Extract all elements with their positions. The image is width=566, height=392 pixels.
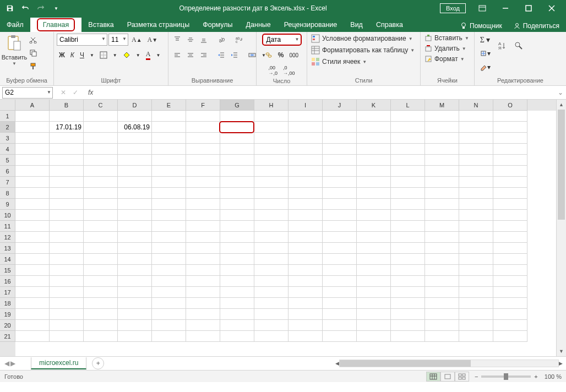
tab-review[interactable]: Рецензирование [277,18,344,32]
cell[interactable] [459,133,493,144]
cell[interactable] [254,166,289,177]
cell[interactable] [493,133,527,144]
cell[interactable] [186,331,220,342]
cell[interactable] [254,177,289,188]
cell[interactable] [459,276,493,287]
cell[interactable] [118,276,152,287]
row-header[interactable]: 14 [0,254,15,265]
cell[interactable] [391,111,425,122]
cell-styles-button[interactable]: Стили ячеек▼ [310,57,416,67]
cell[interactable] [357,199,391,210]
tab-layout[interactable]: Разметка страницы [121,18,196,32]
cell[interactable] [220,177,254,188]
cell[interactable] [220,199,254,210]
cell[interactable] [459,309,493,320]
column-header[interactable]: K [357,100,391,111]
cell[interactable] [391,155,425,166]
minimize-button[interactable] [494,1,516,16]
scroll-up-icon[interactable]: ▲ [557,100,566,110]
cell[interactable] [50,265,84,276]
cell[interactable] [152,276,186,287]
cell[interactable] [459,144,493,155]
cell[interactable] [254,331,289,342]
cell[interactable] [84,243,118,254]
row-header[interactable]: 20 [0,320,15,331]
percent-icon[interactable]: % [276,49,286,61]
sheet-nav-prev-icon[interactable]: ◀ [4,360,9,367]
cell[interactable] [118,111,152,122]
cell[interactable] [459,210,493,221]
cell[interactable] [84,276,118,287]
cell[interactable] [254,199,289,210]
cell[interactable] [254,188,289,199]
decrease-indent-icon[interactable] [215,49,227,61]
cell[interactable] [459,166,493,177]
cell[interactable] [357,177,391,188]
cell[interactable] [220,287,254,298]
cell[interactable] [391,232,425,243]
cell[interactable] [425,199,459,210]
cell[interactable] [50,287,84,298]
cell[interactable] [289,166,323,177]
cell[interactable] [254,133,289,144]
cell[interactable] [118,188,152,199]
cell[interactable] [323,309,357,320]
cell[interactable] [84,287,118,298]
cell[interactable] [220,254,254,265]
cell[interactable] [357,287,391,298]
column-header[interactable]: N [459,100,493,111]
cell[interactable] [220,122,254,133]
cell[interactable] [152,221,186,232]
cells-area[interactable]: 17.01.1906.08.19 [15,111,556,342]
cell[interactable] [289,331,323,342]
cell[interactable] [323,221,357,232]
cell[interactable] [15,177,50,188]
column-header[interactable]: I [289,100,323,111]
font-name-select[interactable]: Calibri▼ [57,34,107,46]
cell[interactable] [493,265,527,276]
cell[interactable] [254,276,289,287]
page-layout-view-icon[interactable] [440,372,455,382]
cell[interactable] [220,221,254,232]
cell[interactable] [220,166,254,177]
cell[interactable] [323,199,357,210]
cell[interactable] [118,177,152,188]
cell[interactable] [50,298,84,309]
cell[interactable] [391,276,425,287]
cell[interactable] [118,155,152,166]
zoom-in-button[interactable]: + [534,373,537,380]
insert-cells-button[interactable]: Вставить▼ [423,34,470,42]
share-button[interactable]: Поделиться [513,22,559,30]
cell[interactable] [289,221,323,232]
cell[interactable] [289,122,323,133]
cell[interactable] [15,199,50,210]
cell[interactable] [391,122,425,133]
cell[interactable] [186,287,220,298]
cell[interactable] [323,320,357,331]
cell[interactable] [459,232,493,243]
increase-decimal-icon[interactable]: ,00→,0 [266,64,280,77]
cell[interactable] [186,177,220,188]
align-middle-icon[interactable] [184,34,197,46]
cell[interactable] [357,133,391,144]
name-box[interactable]: G2 ▼ [2,87,53,99]
maximize-button[interactable] [518,1,540,16]
cell[interactable] [425,144,459,155]
italic-button[interactable]: К [68,49,77,61]
cell[interactable] [186,221,220,232]
decrease-font-icon[interactable]: A▼ [145,34,160,46]
scroll-right-icon[interactable]: ▶ [559,358,563,368]
row-header[interactable]: 17 [0,287,15,298]
align-top-icon[interactable] [171,34,183,46]
cell[interactable] [84,133,118,144]
cell[interactable] [84,265,118,276]
qat-dropdown-icon[interactable]: ▼ [50,2,63,15]
format-painter-button[interactable] [27,60,39,72]
cell[interactable] [357,331,391,342]
cell[interactable] [220,210,254,221]
cell[interactable] [254,111,289,122]
align-bottom-icon[interactable] [198,34,210,46]
cell[interactable] [357,188,391,199]
cell[interactable] [323,287,357,298]
cell[interactable] [186,243,220,254]
